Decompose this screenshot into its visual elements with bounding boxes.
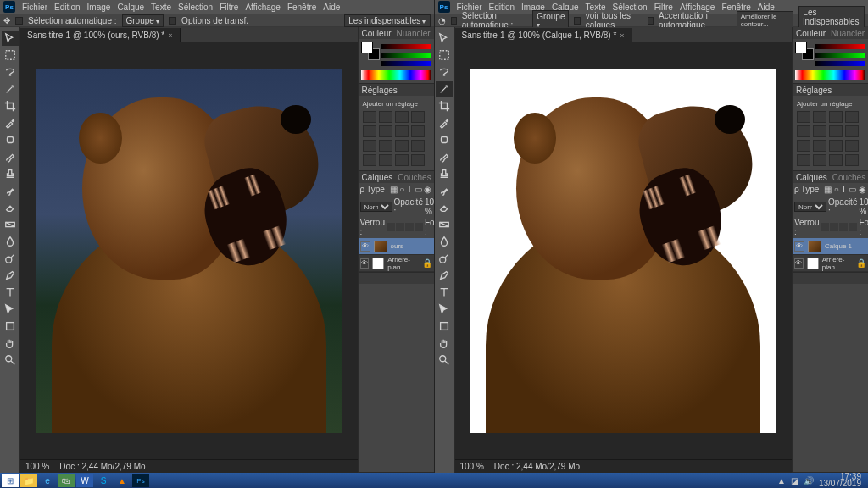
- layer-name[interactable]: ours: [391, 242, 404, 250]
- hand-tool[interactable]: [2, 336, 19, 351]
- type-tool[interactable]: [436, 285, 453, 300]
- history-brush-tool[interactable]: [436, 183, 453, 198]
- app-logo[interactable]: Ps: [438, 1, 450, 13]
- type-tool[interactable]: [2, 285, 19, 300]
- adj-balance-icon[interactable]: [395, 125, 409, 137]
- channels-tab[interactable]: Couches: [398, 173, 431, 182]
- brush-tool[interactable]: [2, 149, 19, 164]
- layer-thumbnail[interactable]: [808, 241, 821, 252]
- layer-thumbnail[interactable]: [372, 258, 384, 269]
- lock-trans-icon[interactable]: [387, 223, 395, 231]
- auto-select-checkbox[interactable]: [15, 17, 23, 25]
- layers-tab[interactable]: Calques: [796, 173, 827, 182]
- transform-checkbox[interactable]: [169, 17, 176, 25]
- pen-tool[interactable]: [436, 268, 453, 283]
- canvas-area[interactable]: [455, 42, 793, 459]
- brush-tool[interactable]: [436, 149, 453, 164]
- adj-posterize-icon[interactable]: [363, 154, 376, 166]
- channels-tab[interactable]: Couches: [832, 173, 865, 182]
- layer-name[interactable]: Arrière-plan: [822, 256, 853, 271]
- menu-item-window[interactable]: Fenêtre: [287, 3, 316, 12]
- adj-exposure-icon[interactable]: [411, 111, 425, 123]
- taskbar-skype-icon[interactable]: S: [95, 474, 112, 487]
- fx-icon[interactable]: [804, 274, 813, 283]
- adj-selective-icon[interactable]: [845, 154, 859, 166]
- layer-row[interactable]: 👁ours: [359, 238, 434, 255]
- fx-icon[interactable]: [370, 274, 379, 283]
- close-tab-icon[interactable]: ×: [168, 31, 172, 40]
- quick-select-tool[interactable]: [436, 81, 453, 97]
- lasso-tool[interactable]: [2, 64, 19, 80]
- green-slider[interactable]: [815, 53, 865, 58]
- link-layers-icon[interactable]: [794, 274, 803, 283]
- lock-pixels-icon[interactable]: [396, 223, 404, 231]
- quick-select-icon[interactable]: ◔: [438, 16, 446, 25]
- auto-select-checkbox[interactable]: [451, 17, 457, 25]
- adjustments-tab[interactable]: Réglages: [796, 86, 832, 95]
- adj-invert-icon[interactable]: [411, 140, 425, 152]
- adj-posterize-icon[interactable]: [797, 154, 810, 166]
- new-layer-icon[interactable]: [847, 274, 855, 283]
- layer-row[interactable]: 👁Arrière-plan🔒: [793, 255, 868, 272]
- menu-item-file[interactable]: Fichier: [22, 3, 47, 12]
- stamp-tool[interactable]: [436, 166, 453, 181]
- eyedropper-tool[interactable]: [2, 115, 19, 130]
- group-icon[interactable]: [837, 274, 845, 283]
- adj-lookup-icon[interactable]: [829, 140, 843, 152]
- canvas[interactable]: [470, 69, 776, 433]
- close-tab-icon[interactable]: ×: [620, 31, 624, 40]
- menu-item-view[interactable]: Affichage: [680, 3, 715, 12]
- path-tool[interactable]: [436, 302, 453, 317]
- lock-all-icon[interactable]: [849, 223, 857, 231]
- menu-item-image[interactable]: Image: [87, 3, 111, 12]
- adj-hue-icon[interactable]: [813, 125, 826, 137]
- adj-brightness-icon[interactable]: [797, 111, 810, 123]
- blur-tool[interactable]: [436, 234, 453, 249]
- shape-tool[interactable]: [436, 319, 453, 334]
- adj-exposure-icon[interactable]: [845, 111, 859, 123]
- lock-pixels-icon[interactable]: [830, 223, 838, 231]
- adj-threshold-icon[interactable]: [813, 154, 826, 166]
- adjustments-tab[interactable]: Réglages: [362, 86, 398, 95]
- lasso-tool[interactable]: [436, 64, 453, 80]
- wand-tool[interactable]: [2, 81, 19, 97]
- adj-balance-icon[interactable]: [829, 125, 843, 137]
- zoom-level[interactable]: 100 %: [460, 462, 484, 471]
- layer-name[interactable]: Calque 1: [825, 242, 852, 250]
- eraser-tool[interactable]: [436, 200, 453, 215]
- lock-pos-icon[interactable]: [405, 223, 414, 231]
- workspace-dropdown[interactable]: Les indispensables ▾: [344, 14, 430, 27]
- app-logo[interactable]: Ps: [3, 1, 15, 13]
- document-tab[interactable]: Sans titre-1 @ 100% (ours, RVB/8) *×: [20, 28, 181, 42]
- menu-item-file[interactable]: Fichier: [457, 3, 482, 12]
- link-layers-icon[interactable]: [360, 274, 369, 283]
- fg-bg-swatch[interactable]: [361, 42, 380, 60]
- menu-item-edit[interactable]: Edition: [489, 3, 515, 12]
- menu-item-edit[interactable]: Edition: [54, 3, 81, 12]
- history-brush-tool[interactable]: [2, 183, 19, 198]
- adj-curves-icon[interactable]: [829, 111, 843, 123]
- taskbar-word-icon[interactable]: W: [76, 474, 93, 487]
- visibility-toggle-icon[interactable]: 👁: [794, 241, 804, 252]
- canvas[interactable]: [36, 69, 342, 433]
- adj-levels-icon[interactable]: [379, 111, 392, 123]
- fg-bg-swatch[interactable]: [795, 42, 814, 60]
- menu-item-filter[interactable]: Filtre: [654, 3, 673, 12]
- adjustment-layer-icon[interactable]: [826, 274, 834, 283]
- zoom-tool[interactable]: [436, 352, 453, 368]
- menu-item-filter[interactable]: Filtre: [220, 3, 238, 12]
- red-slider[interactable]: [815, 44, 865, 49]
- menu-item-selection[interactable]: Sélection: [613, 3, 648, 12]
- red-slider[interactable]: [381, 44, 431, 49]
- adj-curves-icon[interactable]: [395, 111, 409, 123]
- adj-photo-filter-icon[interactable]: [363, 140, 376, 152]
- blue-slider[interactable]: [381, 61, 431, 66]
- adj-bw-icon[interactable]: [845, 125, 859, 137]
- all-layers-checkbox[interactable]: [574, 17, 580, 25]
- tray-network-icon[interactable]: ◪: [791, 476, 798, 485]
- layers-tab[interactable]: Calques: [362, 173, 393, 182]
- clock-date[interactable]: 13/07/2019: [819, 480, 861, 487]
- menu-item-help[interactable]: Aide: [323, 3, 340, 12]
- move-tool[interactable]: [2, 30, 19, 46]
- color-tab[interactable]: Couleur: [362, 29, 392, 38]
